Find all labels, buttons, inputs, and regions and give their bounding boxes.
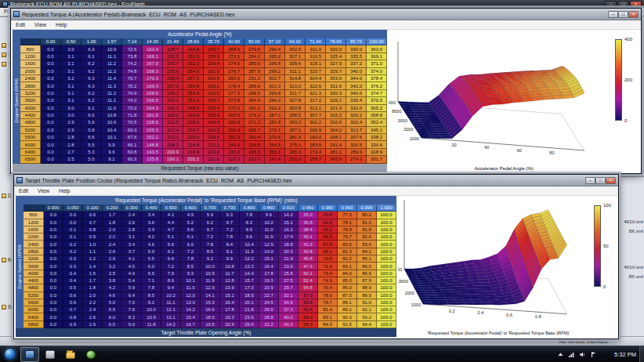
xml-file-item[interactable]: 8X.xml xyxy=(629,274,643,279)
table-cell[interactable]: 93.2 xyxy=(357,313,377,320)
table-cell[interactable]: 0.0 xyxy=(41,97,61,104)
table-cell[interactable]: 70.5 xyxy=(318,255,338,262)
table-cell[interactable]: 18.0 xyxy=(201,313,220,320)
table-cell[interactable]: 6.2 xyxy=(81,68,102,75)
table-cell[interactable]: 291.3 xyxy=(244,75,265,82)
table-cell[interactable]: 8.5 xyxy=(201,248,220,255)
table-cell[interactable]: 21.8 xyxy=(240,306,259,313)
table-cell[interactable]: 6.1 xyxy=(161,248,181,255)
row-header[interactable]: 3200 xyxy=(20,90,41,97)
row-header[interactable]: 5200 xyxy=(20,127,41,134)
table-cell[interactable]: 0.0 xyxy=(44,233,63,241)
table-cell[interactable]: 324.4 xyxy=(306,75,326,82)
table-cell[interactable]: 6.0 xyxy=(81,112,102,119)
table-cell[interactable]: 2.4 xyxy=(103,241,122,248)
start-button-icon[interactable] xyxy=(4,348,16,360)
table-cell[interactable]: 8.5 xyxy=(181,262,201,270)
row-header[interactable]: 6500 xyxy=(20,156,41,163)
close-button[interactable]: × xyxy=(606,177,616,184)
table-cell[interactable]: 3.1 xyxy=(61,53,81,60)
table-cell[interactable]: 19.3 xyxy=(220,313,240,320)
col-header[interactable]: 100.00 xyxy=(367,38,387,45)
table-cell[interactable]: 100.0 xyxy=(377,262,396,270)
table-cell[interactable]: 135.8 xyxy=(143,156,163,163)
table-cell[interactable]: 200.9 xyxy=(163,149,183,156)
table-cell[interactable]: 11.9 xyxy=(259,233,279,241)
main-titlebar[interactable]: Braineack ECU ROM AS PURCHASED.hex - Ecu… xyxy=(0,0,644,8)
table-cell[interactable]: 6.7 xyxy=(201,226,220,233)
taskbar-item-2[interactable] xyxy=(41,347,60,362)
table-cell[interactable]: 72.6 xyxy=(122,45,143,52)
row-header[interactable]: 3600 xyxy=(24,262,44,270)
table-cell[interactable]: 307.5 xyxy=(346,134,367,141)
table-cell[interactable]: 0.0 xyxy=(41,53,61,60)
table-cell[interactable]: 2.8 xyxy=(61,141,81,148)
table-cell[interactable]: 5.3 xyxy=(81,149,102,156)
table-cell[interactable]: 16.7 xyxy=(181,321,201,328)
table-cell[interactable]: 83.4 xyxy=(357,241,377,248)
table-cell[interactable]: 307.8 xyxy=(285,97,306,104)
table-cell[interactable]: 4.7 xyxy=(161,226,181,233)
table-cell[interactable]: 270.2 xyxy=(224,105,244,112)
table-cell[interactable]: 330.3 xyxy=(326,90,346,97)
table-cell[interactable]: 10.2 xyxy=(259,219,279,226)
table-cell[interactable]: 270.6 xyxy=(265,134,285,141)
table-cell[interactable]: 325.4 xyxy=(326,53,346,60)
table-cell[interactable]: 9.4 xyxy=(161,284,181,291)
row-header[interactable]: 6400 xyxy=(20,149,41,156)
table-cell[interactable]: 0.0 xyxy=(41,75,61,82)
table-cell[interactable]: 36.8 xyxy=(298,219,318,226)
table-cell[interactable]: 2.2 xyxy=(103,233,122,241)
table-cell[interactable]: 290.4 xyxy=(265,45,285,52)
table-cell[interactable]: 0.0 xyxy=(44,277,63,284)
table-cell[interactable]: 4.1 xyxy=(122,255,142,262)
table-cell[interactable]: 13.0 xyxy=(181,299,201,306)
table-cell[interactable]: 316.3 xyxy=(326,112,346,119)
table-cell[interactable]: 265.3 xyxy=(285,149,306,156)
table-cell[interactable]: 340.6 xyxy=(346,90,367,97)
table-cell[interactable]: 6.0 xyxy=(81,45,102,52)
table-cell[interactable]: 74.9 xyxy=(122,90,143,97)
table-cell[interactable]: 69.0 xyxy=(122,127,143,134)
table-cell[interactable]: 241.3 xyxy=(204,127,224,134)
table-cell[interactable]: 143.5 xyxy=(143,149,163,156)
table-cell[interactable]: 274.3 xyxy=(346,156,367,163)
menu-edit[interactable]: Edit xyxy=(11,22,30,27)
row-header[interactable]: 5200 xyxy=(24,292,44,299)
table-cell[interactable]: 74.0 xyxy=(122,97,143,104)
table-cell[interactable]: 83.1 xyxy=(318,313,338,320)
table-cell[interactable]: 10.8 xyxy=(102,112,122,119)
table-cell[interactable]: 73.8 xyxy=(122,53,143,60)
col-header[interactable]: 0.600 xyxy=(181,205,201,212)
table-cell[interactable]: 370.0 xyxy=(367,97,387,104)
table-cell[interactable]: 246.4 xyxy=(204,119,224,126)
table-cell[interactable]: 2.9 xyxy=(61,127,81,134)
table-cell[interactable]: 0.4 xyxy=(63,277,83,284)
table-cell[interactable]: 0.0 xyxy=(44,212,63,219)
table-cell[interactable]: 3.1 xyxy=(61,68,81,75)
col-header[interactable]: 28.60 xyxy=(183,38,204,45)
table-cell[interactable]: 8.4 xyxy=(220,241,240,248)
table-cell[interactable]: 0.0 xyxy=(44,284,63,291)
table-cell[interactable]: 100.0 xyxy=(377,233,396,241)
col-header[interactable]: 0.730 xyxy=(220,205,240,212)
table-cell[interactable]: 288.5 xyxy=(244,90,265,97)
table-cell[interactable]: 74.9 xyxy=(318,277,338,284)
table-cell[interactable]: 208.3 xyxy=(163,141,183,148)
table-cell[interactable]: 374.7 xyxy=(367,90,387,97)
table-cell[interactable]: 84.2 xyxy=(357,248,377,255)
table-cell[interactable]: 7.9 xyxy=(161,270,181,277)
table-cell[interactable]: 261.5 xyxy=(204,68,224,75)
table-cell[interactable]: 6.7 xyxy=(220,219,240,226)
table-cell[interactable]: 258.7 xyxy=(204,97,224,104)
table-cell[interactable]: 11.3 xyxy=(102,82,122,89)
table-cell[interactable]: 217.4 xyxy=(163,127,183,134)
table-cell[interactable]: 83.1 xyxy=(338,262,357,270)
row-header[interactable]: 1200 xyxy=(24,219,44,226)
table-cell[interactable]: 47.9 xyxy=(298,262,318,270)
table-cell[interactable]: 9.6 xyxy=(240,233,259,241)
table-cell[interactable]: 295.9 xyxy=(306,127,326,134)
minimize-button[interactable]: – xyxy=(605,1,617,7)
table-cell[interactable]: 87.0 xyxy=(338,292,357,299)
table-cell[interactable]: 43.3 xyxy=(279,321,298,328)
